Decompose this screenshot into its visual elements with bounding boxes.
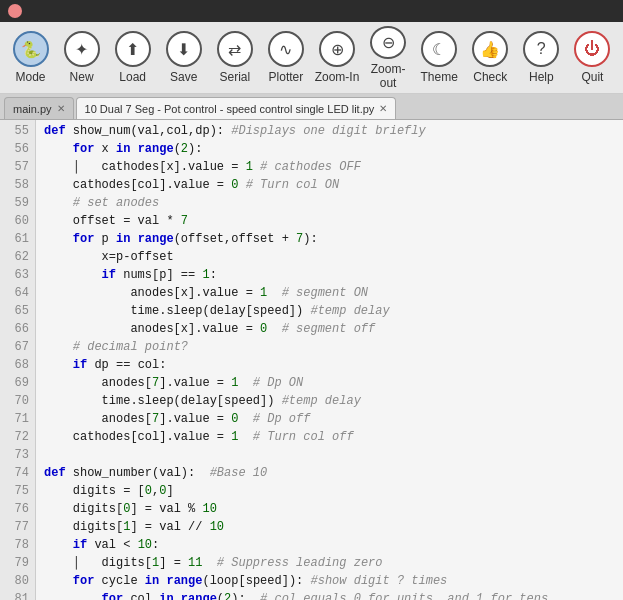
toolbar-btn-zoom-out[interactable]: ⊖Zoom-out — [364, 26, 413, 90]
toolbar-btn-new[interactable]: ✦New — [57, 26, 106, 90]
code-line: anodes[7].value = 0 # Dp off — [44, 410, 623, 428]
code-line: for col in range(2): # col equals 0 for … — [44, 590, 623, 600]
toolbar-btn-serial[interactable]: ⇄Serial — [210, 26, 259, 90]
toolbar-btn-zoom-in[interactable]: ⊕Zoom-In — [312, 26, 361, 90]
toolbar-label-serial: Serial — [220, 70, 251, 84]
toolbar-label-plotter: Plotter — [269, 70, 304, 84]
line-number: 77 — [0, 518, 35, 536]
code-line: offset = val * 7 — [44, 212, 623, 230]
code-line: # decimal point? — [44, 338, 623, 356]
line-number: 79 — [0, 554, 35, 572]
toolbar-label-quit: Quit — [581, 70, 603, 84]
toolbar-btn-quit[interactable]: ⏻Quit — [568, 26, 617, 90]
title-bar — [0, 0, 623, 22]
zoom-out-icon: ⊖ — [370, 26, 406, 59]
line-number: 55 — [0, 122, 35, 140]
line-number: 72 — [0, 428, 35, 446]
line-number: 75 — [0, 482, 35, 500]
toolbar-btn-theme[interactable]: ☾Theme — [415, 26, 464, 90]
code-line: # set anodes — [44, 194, 623, 212]
tab-label-code: 10 Dual 7 Seg - Pot control - speed cont… — [85, 103, 375, 115]
code-line: if nums[p] == 1: — [44, 266, 623, 284]
code-line: if dp == col: — [44, 356, 623, 374]
tab-close-code[interactable]: ✕ — [379, 103, 387, 114]
tab-label-main: main.py — [13, 103, 52, 115]
toolbar-label-save: Save — [170, 70, 197, 84]
line-number: 64 — [0, 284, 35, 302]
toolbar-label-zoom-out: Zoom-out — [364, 62, 413, 90]
toolbar-label-mode: Mode — [16, 70, 46, 84]
line-number: 58 — [0, 176, 35, 194]
code-line: def show_number(val): #Base 10 — [44, 464, 623, 482]
line-number: 74 — [0, 464, 35, 482]
tab-close-main[interactable]: ✕ — [57, 103, 65, 114]
code-line: │ cathodes[x].value = 1 # cathodes OFF — [44, 158, 623, 176]
toolbar-btn-save[interactable]: ⬇Save — [159, 26, 208, 90]
code-line — [44, 446, 623, 464]
line-number: 71 — [0, 410, 35, 428]
code-line: time.sleep(delay[speed]) #temp delay — [44, 302, 623, 320]
toolbar-btn-plotter[interactable]: ∿Plotter — [261, 26, 310, 90]
tab-code[interactable]: 10 Dual 7 Seg - Pot control - speed cont… — [76, 97, 397, 119]
code-line: │ digits[1] = 11 # Suppress leading zero — [44, 554, 623, 572]
serial-icon: ⇄ — [217, 31, 253, 67]
code-line: digits = [0,0] — [44, 482, 623, 500]
code-line: cathodes[col].value = 0 # Turn col ON — [44, 176, 623, 194]
line-number: 73 — [0, 446, 35, 464]
quit-icon: ⏻ — [574, 31, 610, 67]
line-number: 68 — [0, 356, 35, 374]
toolbar-label-zoom-in: Zoom-In — [315, 70, 360, 84]
line-number: 59 — [0, 194, 35, 212]
line-number: 63 — [0, 266, 35, 284]
code-line: time.sleep(delay[speed]) #temp delay — [44, 392, 623, 410]
line-number: 78 — [0, 536, 35, 554]
code-line: digits[0] = val % 10 — [44, 500, 623, 518]
tab-main[interactable]: main.py✕ — [4, 97, 74, 119]
help-icon: ? — [523, 31, 559, 67]
line-number: 76 — [0, 500, 35, 518]
code-line: cathodes[col].value = 1 # Turn col off — [44, 428, 623, 446]
line-number: 67 — [0, 338, 35, 356]
toolbar-label-check: Check — [473, 70, 507, 84]
new-icon: ✦ — [64, 31, 100, 67]
toolbar-btn-help[interactable]: ?Help — [517, 26, 566, 90]
code-line: anodes[x].value = 1 # segment ON — [44, 284, 623, 302]
line-number: 70 — [0, 392, 35, 410]
toolbar-btn-load[interactable]: ⬆Load — [108, 26, 157, 90]
toolbar-label-help: Help — [529, 70, 554, 84]
toolbar-btn-check[interactable]: 👍Check — [466, 26, 515, 90]
line-number: 80 — [0, 572, 35, 590]
line-numbers: 5556575859606162636465666768697071727374… — [0, 120, 36, 600]
check-icon: 👍 — [472, 31, 508, 67]
code-line: for p in range(offset,offset + 7): — [44, 230, 623, 248]
toolbar-btn-mode[interactable]: 🐍Mode — [6, 26, 55, 90]
tabs-bar: main.py✕10 Dual 7 Seg - Pot control - sp… — [0, 94, 623, 120]
line-number: 62 — [0, 248, 35, 266]
toolbar-label-new: New — [70, 70, 94, 84]
line-number: 57 — [0, 158, 35, 176]
line-number: 60 — [0, 212, 35, 230]
line-number: 81 — [0, 590, 35, 600]
plotter-icon: ∿ — [268, 31, 304, 67]
line-number: 61 — [0, 230, 35, 248]
code-line: for cycle in range(loop[speed]): #show d… — [44, 572, 623, 590]
code-content[interactable]: def show_num(val,col,dp): #Displays one … — [36, 120, 623, 600]
theme-icon: ☾ — [421, 31, 457, 67]
code-line: for x in range(2): — [44, 140, 623, 158]
mode-icon: 🐍 — [13, 31, 49, 67]
code-line: if val < 10: — [44, 536, 623, 554]
code-editor: 5556575859606162636465666768697071727374… — [0, 120, 623, 600]
line-number: 65 — [0, 302, 35, 320]
load-icon: ⬆ — [115, 31, 151, 67]
code-line: anodes[x].value = 0 # segment off — [44, 320, 623, 338]
code-line: anodes[7].value = 1 # Dp ON — [44, 374, 623, 392]
toolbar: 🐍Mode✦New⬆Load⬇Save⇄Serial∿Plotter⊕Zoom-… — [0, 22, 623, 94]
zoom-in-icon: ⊕ — [319, 31, 355, 67]
line-number: 56 — [0, 140, 35, 158]
toolbar-label-theme: Theme — [420, 70, 457, 84]
code-line: x=p-offset — [44, 248, 623, 266]
app-icon — [8, 4, 22, 18]
code-line: digits[1] = val // 10 — [44, 518, 623, 536]
save-icon: ⬇ — [166, 31, 202, 67]
toolbar-label-load: Load — [119, 70, 146, 84]
